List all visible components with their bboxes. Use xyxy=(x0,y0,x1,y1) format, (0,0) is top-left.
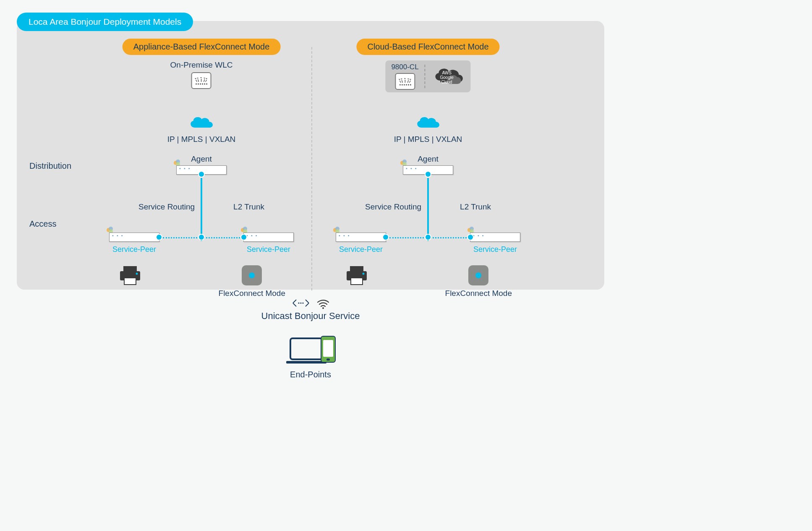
service-icons xyxy=(17,297,604,309)
l2-trunk-label-left: L2 Trunk xyxy=(233,202,264,212)
mid-port-dot-left xyxy=(199,235,204,240)
page-title-pill: Loca Area Bonjour Deployment Models xyxy=(17,13,193,31)
distribution-switch-right xyxy=(403,165,453,175)
agent-label-left: Agent xyxy=(176,154,227,164)
service-peer-label: Service-Peer xyxy=(109,245,159,254)
trunk-labels-left: Service Routing L2 Trunk xyxy=(138,202,264,212)
cloud-icon xyxy=(413,113,443,131)
cloud-providers-text: AWS Google Cloud xyxy=(431,71,462,84)
svg-point-38 xyxy=(298,302,299,303)
iot-device-icon xyxy=(242,265,262,285)
access-switch-right-a: Service-Peer xyxy=(336,233,386,254)
svg-point-23 xyxy=(408,84,409,86)
svg-point-3 xyxy=(202,84,203,85)
phone-icon xyxy=(321,336,336,363)
trunk-labels-right: Service Routing L2 Trunk xyxy=(365,202,491,212)
svg-point-37 xyxy=(363,273,365,275)
mid-port-dot-right xyxy=(426,235,431,240)
network-label-right: IP | MPLS | VXLAN xyxy=(394,135,462,144)
cloud-wlc-label: 9800-CL xyxy=(391,63,418,71)
svg-point-5 xyxy=(206,84,207,85)
svg-point-0 xyxy=(196,84,197,85)
svg-point-1 xyxy=(198,84,199,85)
diagram-root: Loca Area Bonjour Deployment Models Dist… xyxy=(17,13,604,379)
access-row-right: Service-Peer Service-Peer xyxy=(319,233,537,258)
wlc-on-premise: On-Premise WLC xyxy=(170,60,233,89)
wlc-icon xyxy=(395,73,415,90)
access-row-left: Service-Peer Service-Peer xyxy=(92,233,311,258)
svg-point-40 xyxy=(302,302,303,303)
unicast-label: Unicast Bonjour Service xyxy=(17,311,604,322)
cloud-icon xyxy=(187,113,216,131)
svg-point-4 xyxy=(204,84,205,85)
column-cloud: Cloud-Based FlexConnect Mode 9800-CL xyxy=(319,39,537,290)
wlc-icon xyxy=(191,72,211,89)
distribution-switch-left xyxy=(176,165,227,175)
column-separator xyxy=(311,47,312,290)
endpoint-devices xyxy=(285,329,336,365)
svg-point-2 xyxy=(200,84,201,85)
wlc-label: On-Premise WLC xyxy=(170,60,233,70)
endpoints-row-right: FlexConnect Mode xyxy=(319,265,537,298)
bottom-section: Unicast Bonjour Service End-Points xyxy=(17,297,604,379)
access-switch-right-b: Service-Peer xyxy=(470,233,520,254)
endpoints-label: End-Points xyxy=(17,370,604,379)
row-label-distribution: Distribution xyxy=(29,161,71,171)
access-switch-left-b: Service-Peer xyxy=(243,233,294,254)
port-dot-icon xyxy=(426,172,431,177)
access-switch-left-a: Service-Peer xyxy=(109,233,159,254)
port-dot-icon xyxy=(199,172,204,177)
flexconnect-device-right: FlexConnect Mode xyxy=(445,265,512,298)
agent-area-left: Agent xyxy=(176,154,227,177)
service-peer-label: Service-Peer xyxy=(243,245,294,254)
mdns-icon xyxy=(291,297,311,309)
flexconnect-label-left: FlexConnect Mode xyxy=(219,289,285,298)
svg-point-20 xyxy=(402,84,403,86)
network-cloud-left: IP | MPLS | VXLAN xyxy=(167,113,236,144)
printer-icon xyxy=(117,265,143,286)
iot-device-icon xyxy=(468,265,488,285)
main-panel: Distribution Access Appliance-Based Flex… xyxy=(17,21,604,290)
wifi-icon xyxy=(316,297,330,309)
svg-point-41 xyxy=(322,307,324,309)
svg-point-22 xyxy=(406,84,407,86)
svg-point-21 xyxy=(404,84,405,86)
svg-point-24 xyxy=(410,84,411,86)
svg-point-18 xyxy=(136,273,138,275)
svg-rect-15 xyxy=(123,266,137,271)
cloud-wlc-box: 9800-CL xyxy=(385,60,470,92)
mode-pill-appliance: Appliance-Based FlexConnect Mode xyxy=(123,39,281,55)
svg-rect-43 xyxy=(286,361,326,364)
svg-point-19 xyxy=(399,84,401,86)
svg-rect-36 xyxy=(351,278,363,285)
endpoints-row-left: FlexConnect Mode xyxy=(92,265,311,298)
network-cloud-right: IP | MPLS | VXLAN xyxy=(394,113,462,144)
printer-icon xyxy=(344,265,369,286)
cloud-providers-icon: AWS Google Cloud xyxy=(431,65,465,87)
agent-label-right: Agent xyxy=(403,154,453,164)
network-label-left: IP | MPLS | VXLAN xyxy=(167,135,236,144)
service-peer-label: Service-Peer xyxy=(336,245,386,254)
row-labels: Distribution Access xyxy=(29,21,88,290)
l2-trunk-label-right: L2 Trunk xyxy=(460,202,491,212)
svg-rect-34 xyxy=(350,266,363,271)
agent-area-right: Agent xyxy=(403,154,453,177)
service-peer-label: Service-Peer xyxy=(470,245,520,254)
flexconnect-device-left: FlexConnect Mode xyxy=(219,265,285,298)
row-label-access: Access xyxy=(29,219,56,229)
svg-rect-17 xyxy=(124,278,136,285)
service-routing-label-right: Service Routing xyxy=(365,202,421,212)
service-routing-label-left: Service Routing xyxy=(138,202,195,212)
column-appliance: Appliance-Based FlexConnect Mode On-Prem… xyxy=(92,39,311,290)
svg-point-39 xyxy=(300,302,301,303)
svg-rect-42 xyxy=(290,338,322,359)
flexconnect-label-right: FlexConnect Mode xyxy=(445,289,512,298)
mode-pill-cloud: Cloud-Based FlexConnect Mode xyxy=(356,39,499,55)
